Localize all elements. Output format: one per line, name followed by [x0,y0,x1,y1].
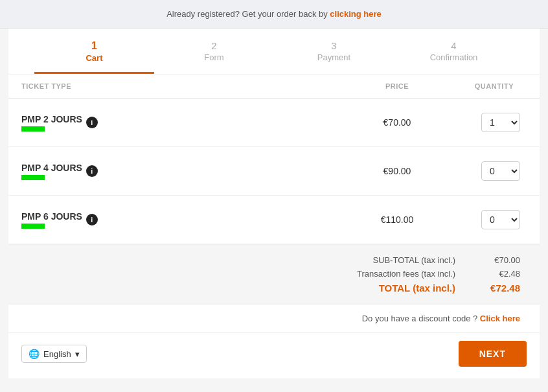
col-header-ticket: TICKET TYPE [21,82,345,90]
ticket-row-1: PMP 2 JOURS i €70.00 0 1 2 3 4 5 [8,98,540,147]
ticket-green-bar-1 [21,126,45,132]
ticket-green-bar-3 [21,224,45,229]
ticket-row-3: PMP 6 JOURS i €110.00 0 1 2 3 [8,196,540,244]
ticket-price-2: €90.00 [345,166,449,176]
quantity-select-1[interactable]: 0 1 2 3 4 5 [481,113,520,132]
step-cart[interactable]: 1 Cart [34,40,154,74]
step-number-3: 3 [331,40,336,51]
footer: 🌐 English ▾ NEXT [8,332,540,375]
step-number-4: 4 [451,40,456,51]
info-icon-1[interactable]: i [86,117,98,128]
banner-text: Already registered? Get your order back … [166,9,330,19]
step-number-2: 2 [211,40,216,51]
ticket-quantity-1: 0 1 2 3 4 5 [449,113,527,132]
fees-row: Transaction fees (tax incl.) €2.48 [357,269,520,279]
col-header-quantity: QUANTITY [449,82,527,90]
language-label: English [43,349,71,359]
ticket-label-1: PMP 2 JOURS [21,114,82,124]
discount-text: Do you have a discount code ? [362,314,480,323]
ticket-name-wrapper-2: PMP 4 JOURS [21,163,82,180]
ticket-green-bar-2 [21,175,45,180]
ticket-name-2: PMP 4 JOURS i [21,163,345,180]
globe-icon: 🌐 [29,349,40,359]
discount-link[interactable]: Click here [480,314,520,323]
fees-value: €2.48 [475,269,520,279]
subtotal-row: SUB-TOTAL (tax incl.) €70.00 [372,255,520,265]
info-icon-3[interactable]: i [86,214,98,225]
total-label: TOTAL (tax incl.) [379,282,455,294]
quantity-select-2[interactable]: 0 1 2 3 [481,161,520,181]
ticket-price-3: €110.00 [345,214,449,225]
total-row: TOTAL (tax incl.) €72.48 [379,282,520,294]
ticket-name-wrapper-3: PMP 6 JOURS [21,211,82,229]
step-label-1: Cart [86,53,102,63]
main-container: 1 Cart 2 Form 3 Payment 4 Confirmation T… [8,29,540,378]
step-label-2: Form [204,52,223,62]
table-header: TICKET TYPE PRICE QUANTITY [8,75,540,98]
ticket-name-1: PMP 2 JOURS i [21,114,345,132]
steps-nav: 1 Cart 2 Form 3 Payment 4 Confirmation [8,29,540,75]
discount-section: Do you have a discount code ? Click here [8,305,540,332]
top-banner: Already registered? Get your order back … [0,0,548,29]
step-label-3: Payment [317,52,350,62]
ticket-row-2: PMP 4 JOURS i €90.00 0 1 2 3 [8,147,540,196]
language-selector[interactable]: 🌐 English ▾ [21,345,87,363]
step-number-1: 1 [91,40,97,52]
fees-label: Transaction fees (tax incl.) [357,269,455,279]
step-confirmation[interactable]: 4 Confirmation [394,40,514,74]
step-payment[interactable]: 3 Payment [274,40,394,74]
step-form[interactable]: 2 Form [154,40,274,74]
step-label-4: Confirmation [430,52,478,62]
ticket-label-2: PMP 4 JOURS [21,163,82,173]
ticket-name-wrapper-1: PMP 2 JOURS [21,114,82,132]
ticket-quantity-3: 0 1 2 3 [449,210,527,229]
subtotal-value: €70.00 [475,255,520,265]
chevron-down-icon: ▾ [75,349,80,359]
ticket-price-1: €70.00 [345,117,449,128]
total-value: €72.48 [475,282,520,294]
info-icon-2[interactable]: i [86,165,98,177]
next-button[interactable]: NEXT [459,341,527,367]
ticket-name-3: PMP 6 JOURS i [21,211,345,229]
banner-link[interactable]: clicking here [330,9,381,19]
subtotal-label: SUB-TOTAL (tax incl.) [372,255,455,265]
quantity-select-3[interactable]: 0 1 2 3 [481,210,520,229]
totals-section: SUB-TOTAL (tax incl.) €70.00 Transaction… [8,244,540,305]
col-header-price: PRICE [345,82,449,90]
ticket-label-3: PMP 6 JOURS [21,211,82,222]
ticket-quantity-2: 0 1 2 3 [449,161,527,181]
